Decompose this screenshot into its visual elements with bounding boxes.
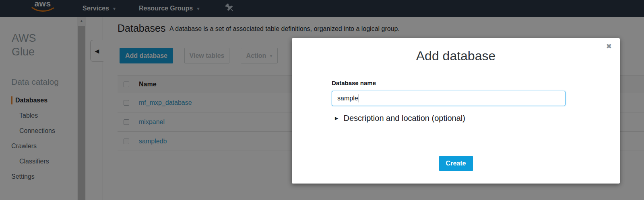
modal-title: Add database: [292, 49, 620, 63]
create-button[interactable]: Create: [439, 156, 473, 171]
description-location-toggle[interactable]: ▶ Description and location (optional): [335, 114, 465, 123]
add-database-modal: ✖ Add database Database name sample ▶ De…: [292, 38, 620, 184]
disclosure-triangle-icon: ▶: [335, 116, 338, 121]
database-name-value: sample: [337, 95, 358, 102]
database-name-input[interactable]: sample: [332, 91, 566, 106]
disclosure-label: Description and location (optional): [343, 114, 465, 123]
text-cursor: [359, 94, 359, 102]
database-name-label: Database name: [332, 80, 376, 86]
